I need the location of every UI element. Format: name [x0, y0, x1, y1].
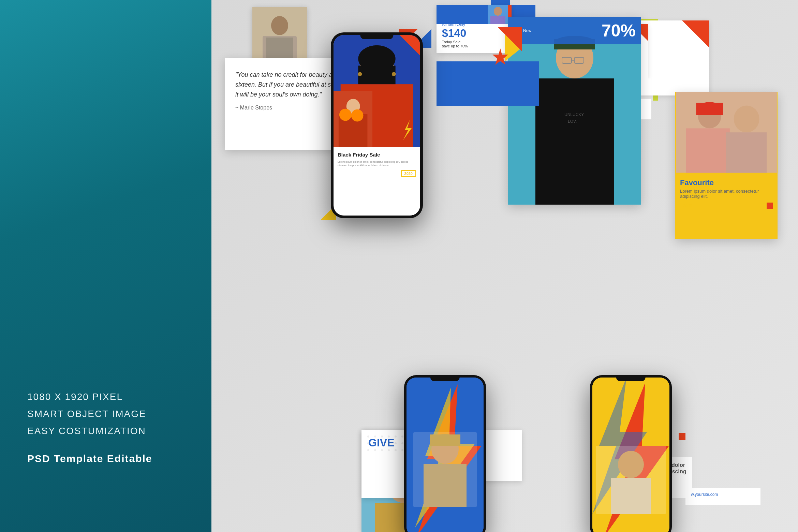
orange-star-shape: [491, 48, 510, 66]
svg-point-68: [401, 435, 403, 438]
svg-point-18: [351, 109, 364, 122]
svg-rect-6: [490, 16, 505, 24]
svg-point-63: [367, 435, 369, 438]
svg-point-65: [381, 435, 383, 438]
spec-psd: PSD Template Editable: [27, 453, 184, 464]
svg-point-73: [395, 442, 397, 444]
phone1-bottom-content: Black Friday Sale Lorem ipsum dolor sit …: [334, 147, 420, 180]
specs-section: 1080 X 1920 PIXEL SMART OBJECT IMAGE EAS…: [27, 391, 184, 471]
phone1-inset-person: [334, 91, 372, 147]
phone3-screen-content: [592, 378, 669, 532]
all-items-label: All Item Only: [442, 22, 468, 27]
svg-rect-42: [696, 103, 723, 115]
phone-1: Black Friday Sale Lorem ipsum dolor sit …: [331, 32, 423, 218]
phone3-screen: [592, 378, 669, 532]
save-label: save up to 70%: [442, 44, 468, 48]
svg-point-75: [367, 449, 369, 451]
svg-marker-93: [492, 48, 508, 65]
spec-pixel: 1080 X 1920 PIXEL: [27, 391, 184, 402]
svg-point-39: [734, 105, 759, 132]
svg-point-13: [392, 72, 396, 76]
svg-point-74: [401, 442, 403, 444]
svg-point-67: [395, 435, 397, 438]
big-man-card: UNLUCKY LOV. Iorer New 70%: [508, 17, 641, 205]
svg-point-1: [271, 16, 288, 35]
sale-label: Today Sale: [442, 40, 468, 44]
svg-point-77: [381, 449, 383, 451]
svg-point-64: [374, 435, 376, 438]
svg-rect-11: [358, 65, 395, 84]
fav-bottom-row: 2020: [680, 202, 773, 209]
svg-marker-19: [403, 120, 412, 140]
price-person-small: [488, 5, 508, 24]
phone1-title: Black Friday Sale: [338, 152, 416, 158]
phone-2: [404, 375, 486, 532]
right-panel: "You can take no credit for beauty at si…: [211, 0, 798, 532]
phone1-notch: [360, 32, 393, 39]
rw-orange-tri: [682, 20, 709, 48]
phone2-screen: [407, 378, 484, 532]
svg-point-80: [401, 449, 403, 451]
svg-point-71: [381, 442, 383, 444]
svg-point-79: [395, 449, 397, 451]
phone-3: [590, 375, 672, 532]
big-man-photo: UNLUCKY LOV.: [508, 17, 641, 205]
price-card-top-blue: [437, 5, 512, 24]
phone1-year: 2020: [401, 170, 416, 177]
svg-point-5: [494, 7, 502, 16]
price-content: All Item Only $140 Today Sale save up to…: [442, 22, 468, 48]
discount-value: 70%: [602, 21, 636, 41]
fav-title: Favourite: [680, 178, 773, 187]
phone1-lightning: [403, 120, 413, 140]
left-panel: 1080 X 1920 PIXEL SMART OBJECT IMAGE EAS…: [0, 0, 211, 532]
svg-rect-38: [686, 128, 730, 173]
spec-customization: EASY COSTUMIZATION: [27, 426, 184, 437]
quote-text: "You can take no credit for beauty at si…: [235, 70, 344, 99]
fav-year: 2020: [680, 202, 695, 209]
svg-rect-50: [430, 434, 460, 446]
orange-sq-r: [679, 433, 685, 440]
right-bottom-text: Favourite Lorem ipsum dolor sit amet, co…: [675, 173, 778, 215]
svg-point-72: [388, 442, 390, 444]
phone1-year-wrap: 2020: [338, 170, 416, 177]
phone2-notch: [430, 375, 460, 381]
fav-orange-sq: [767, 203, 773, 209]
svg-point-76: [374, 449, 376, 451]
phone1-inset-photo: [334, 91, 372, 147]
site-bottom-card: w.yoursite.com: [685, 488, 760, 505]
content-area: "You can take no credit for beauty at si…: [211, 0, 798, 532]
svg-point-70: [374, 442, 376, 444]
right-bottom-photo: [675, 92, 778, 173]
price-value: $140: [442, 28, 468, 39]
spec-smart-object: SMART OBJECT IMAGE: [27, 409, 184, 419]
svg-point-69: [367, 442, 369, 444]
site-bottom-url: w.yoursite.com: [691, 492, 718, 497]
right-bottom-card: Favourite Lorem ipsum dolor sit amet, co…: [675, 92, 778, 239]
phone1-orange-tri: [400, 35, 420, 56]
svg-text:LOV.: LOV.: [568, 119, 577, 124]
svg-rect-48: [424, 464, 467, 507]
svg-text:UNLUCKY: UNLUCKY: [564, 112, 584, 117]
scatter-shapes-1: [491, 48, 510, 68]
phone1-screen: Black Friday Sale Lorem ipsum dolor sit …: [334, 35, 420, 216]
phone2-screen-content: [407, 378, 484, 532]
svg-point-12: [358, 72, 362, 76]
svg-point-17: [339, 109, 352, 121]
svg-rect-23: [535, 78, 614, 205]
svg-point-78: [388, 449, 390, 451]
svg-rect-56: [611, 478, 651, 514]
fav-lorem: Lorem ipsum dolor sit amet, consectetur …: [680, 189, 773, 199]
svg-point-55: [618, 451, 644, 478]
phone1-body: Lorem ipsum dolor sit amet, consectetur …: [338, 160, 416, 167]
svg-rect-40: [726, 132, 767, 173]
svg-point-66: [388, 435, 390, 438]
phone3-notch: [616, 375, 646, 381]
quote-author: ~ Marie Stopes: [235, 105, 344, 111]
discount-banner: Iorer New 70%: [508, 17, 641, 44]
phone1-image-area: [334, 35, 420, 147]
middle-blue-card: [437, 61, 539, 106]
